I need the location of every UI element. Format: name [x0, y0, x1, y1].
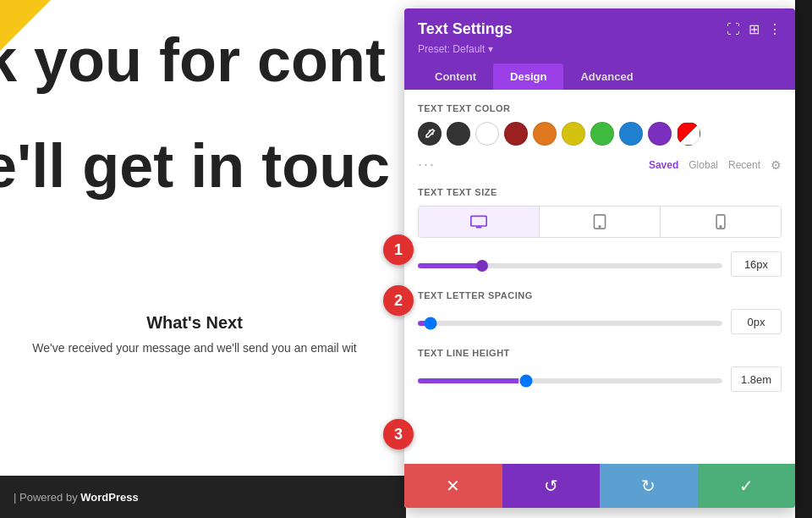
svg-point-2: [599, 226, 601, 228]
whats-next-text: We've received your message and we'll se…: [0, 341, 389, 355]
color-swatch-yellow[interactable]: [562, 122, 585, 146]
size-section-label: Text Text Size: [418, 187, 782, 197]
svg-rect-0: [471, 216, 486, 226]
panel-tabs: Content Design Advanced: [418, 63, 782, 90]
step-circle-2: 2: [383, 285, 414, 316]
device-tabs: [418, 206, 782, 238]
color-swatch-green[interactable]: [590, 122, 614, 146]
powered-by-bar: | Powered by WordPress: [0, 476, 406, 518]
size-slider-container: [418, 256, 722, 272]
line-height-slider[interactable]: [418, 378, 722, 383]
tab-design[interactable]: Design: [493, 63, 563, 90]
device-tab-tablet[interactable]: [540, 207, 661, 237]
letter-spacing-slider-container: [418, 314, 722, 329]
eyedropper-button[interactable]: [418, 122, 442, 146]
panel-title: Text Settings: [418, 20, 513, 38]
letter-spacing-value[interactable]: 0px: [731, 309, 782, 334]
right-strip: [795, 0, 812, 518]
device-tab-mobile[interactable]: [661, 207, 781, 237]
text-size-section: Text Text Size: [418, 187, 782, 238]
size-value[interactable]: 16px: [731, 251, 782, 277]
line-height-value[interactable]: 1.8em: [731, 366, 782, 392]
cancel-button[interactable]: ✕: [404, 464, 502, 508]
columns-icon[interactable]: ⊞: [749, 21, 760, 37]
line-height-slider-container: [418, 372, 722, 387]
page-heading-2: e'll get in touc: [0, 131, 390, 201]
letter-spacing-row: 0px: [418, 309, 782, 334]
panel-body: Text Text Color ··· Saved Global Recent: [404, 90, 795, 464]
device-tab-desktop[interactable]: [419, 207, 540, 237]
redo-button[interactable]: ↻: [600, 464, 698, 508]
saved-button[interactable]: Saved: [649, 159, 678, 171]
size-slider[interactable]: [418, 263, 722, 268]
whats-next-title: What's Next: [0, 313, 389, 333]
color-swatch-white[interactable]: [475, 122, 499, 146]
step-circle-1: 1: [383, 234, 414, 265]
color-meta-row: ··· Saved Global Recent ⚙: [418, 152, 782, 174]
color-swatch-red[interactable]: [504, 122, 528, 146]
save-button[interactable]: ✓: [698, 464, 796, 508]
tab-advanced[interactable]: Advanced: [563, 63, 650, 90]
letter-spacing-slider[interactable]: [418, 321, 722, 326]
color-swatch-striped[interactable]: [677, 122, 700, 146]
page-heading-1: k you for cont: [0, 25, 386, 95]
whats-next-section: What's Next We've received your message …: [0, 313, 389, 355]
svg-point-4: [720, 226, 721, 228]
recent-button[interactable]: Recent: [728, 159, 760, 171]
preset-selector[interactable]: Preset: Default: [418, 43, 782, 55]
line-height-label: Text Line Height: [418, 348, 782, 358]
color-swatch-dark[interactable]: [447, 122, 470, 146]
color-section-label: Text Text Color: [418, 103, 782, 113]
tab-content[interactable]: Content: [418, 63, 493, 90]
more-dots-button[interactable]: ···: [418, 156, 436, 174]
size-slider-row: 16px: [418, 251, 782, 277]
step-circle-3: 3: [383, 419, 414, 449]
undo-button[interactable]: ↺: [502, 464, 601, 508]
panel-title-row: Text Settings ⛶ ⊞ ⋮: [418, 20, 782, 38]
wordpress-link[interactable]: WordPress: [80, 491, 138, 504]
more-options-icon[interactable]: ⋮: [768, 21, 782, 37]
color-swatch-orange[interactable]: [533, 122, 557, 146]
letter-spacing-label: Text Letter Spacing: [418, 290, 782, 300]
panel-title-icons: ⛶ ⊞ ⋮: [727, 21, 782, 37]
color-swatch-purple[interactable]: [648, 122, 672, 146]
expand-icon[interactable]: ⛶: [727, 22, 740, 37]
color-swatch-blue[interactable]: [619, 122, 643, 146]
powered-by-text: | Powered by WordPress: [14, 491, 139, 504]
text-settings-panel: Text Settings ⛶ ⊞ ⋮ Preset: Default Cont…: [404, 8, 795, 508]
panel-header: Text Settings ⛶ ⊞ ⋮ Preset: Default Cont…: [404, 8, 795, 90]
color-swatches-row: [418, 122, 782, 146]
color-settings-icon[interactable]: ⚙: [771, 158, 782, 172]
panel-footer: ✕ ↺ ↻ ✓: [404, 464, 795, 508]
global-button[interactable]: Global: [689, 159, 718, 171]
line-height-row: 1.8em: [418, 366, 782, 392]
